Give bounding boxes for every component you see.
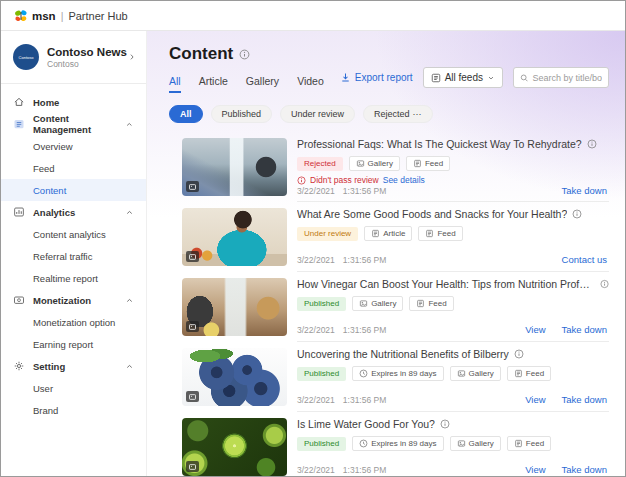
all-feeds-label: All feeds [445, 72, 483, 83]
type-badge-label: Gallery [371, 299, 396, 308]
info-icon[interactable] [239, 49, 250, 60]
filter-all[interactable]: All [169, 105, 203, 123]
content-time: 1:31:56 PM [343, 465, 386, 475]
content-title[interactable]: Uncovering the Nutritional Benefits of B… [297, 348, 509, 360]
info-icon[interactable] [514, 349, 524, 359]
msn-brand-text: msn [32, 10, 56, 22]
tab-article[interactable]: Article [199, 75, 228, 93]
filter-under-review[interactable]: Under review [280, 105, 355, 123]
info-icon[interactable] [572, 209, 582, 219]
export-report-button[interactable]: Export report [340, 72, 413, 83]
gallery-icon [356, 159, 365, 168]
sidebar-item-label: Monetization option [33, 317, 115, 328]
content-title[interactable]: Professional Faqs: What Is The Quickest … [297, 138, 582, 150]
thumbnail-vinegar[interactable] [182, 278, 287, 336]
sidebar-group-label: Analytics [33, 207, 75, 218]
top-bar: msn | Partner Hub [1, 1, 625, 31]
view-link[interactable]: View [525, 464, 545, 475]
sidebar-item-feed[interactable]: Feed [1, 157, 146, 179]
sidebar-item-referral-traffic[interactable]: Referral traffic [1, 245, 146, 267]
content-title[interactable]: Is Lime Water Good For You? [297, 418, 435, 430]
content-title[interactable]: How Vinegar Can Boost Your Health: Tips … [297, 278, 595, 290]
type-badge-gallery: Gallery [349, 156, 400, 171]
thumbnail-foods-snacks[interactable] [182, 208, 287, 266]
sidebar-group-label: Content Management [33, 113, 125, 135]
take-down-link[interactable]: Take down [562, 324, 607, 335]
thumbnail-lime-water[interactable] [182, 418, 287, 476]
monetization-icon [13, 294, 25, 306]
view-link[interactable]: View [525, 394, 545, 405]
info-icon[interactable] [587, 139, 597, 149]
content-title[interactable]: What Are Some Good Foods and Snacks for … [297, 208, 567, 220]
sidebar-item-brand[interactable]: Brand [1, 399, 146, 421]
status-filter-pills: All Published Under review Rejected ··· [169, 105, 609, 123]
filter-published[interactable]: Published [211, 105, 273, 123]
gallery-icon [457, 369, 466, 378]
sidebar-item-overview[interactable]: Overview [1, 135, 146, 157]
sidebar-item-content-analytics[interactable]: Content analytics [1, 223, 146, 245]
chevron-up-icon [125, 296, 134, 305]
sidebar-group-monetization[interactable]: Monetization [1, 289, 146, 311]
sidebar-group-content-management[interactable]: Content Management [1, 113, 146, 135]
gallery-icon [359, 299, 368, 308]
chevron-up-icon [125, 362, 134, 371]
sidebar-item-earning-report[interactable]: Earning report [1, 333, 146, 355]
publisher-switcher[interactable]: Contoso Contoso News Contoso [1, 40, 146, 74]
feeds-icon [431, 73, 441, 83]
type-badge-feed: Feed [507, 436, 551, 451]
tab-video[interactable]: Video [297, 75, 324, 93]
error-icon [297, 176, 306, 185]
take-down-link[interactable]: Take down [562, 394, 607, 405]
filter-rejected-label: Rejected [374, 109, 410, 119]
tab-all[interactable]: All [169, 75, 181, 93]
feed-icon [425, 229, 434, 238]
type-badge-feed: Feed [409, 296, 453, 311]
chevron-up-icon [125, 208, 134, 217]
take-down-link[interactable]: Take down [562, 464, 607, 475]
page-title: Content [169, 44, 233, 64]
status-badge-under-review: Under review [297, 227, 358, 241]
type-badge-gallery: Gallery [450, 436, 501, 451]
download-icon [340, 72, 351, 83]
sidebar-item-home[interactable]: Home [1, 91, 146, 113]
see-details-link[interactable]: See details [383, 175, 425, 185]
content-date: 3/22/2021 [297, 255, 335, 265]
type-badge-label: Feed [526, 369, 544, 378]
sidebar-item-label: User [33, 383, 53, 394]
toolbar: Export report All feeds [340, 67, 609, 88]
content-list: Professional Faqs: What Is The Quickest … [169, 132, 609, 477]
type-badge-label: Feed [428, 299, 446, 308]
sidebar-divider [1, 83, 146, 84]
content-row: Uncovering the Nutritional Benefits of B… [169, 342, 609, 412]
sidebar-item-label: Feed [33, 163, 55, 174]
gallery-icon [188, 253, 197, 261]
contact-us-link[interactable]: Contact us [562, 254, 607, 265]
media-type-overlay [186, 321, 199, 332]
sidebar-group-analytics[interactable]: Analytics [1, 201, 146, 223]
thumbnail-bilberry[interactable] [182, 348, 287, 406]
export-report-label: Export report [355, 72, 413, 83]
view-link[interactable]: View [525, 324, 545, 335]
all-feeds-dropdown[interactable]: All feeds [423, 67, 503, 88]
sidebar: Contoso Contoso News Contoso Home Conten… [1, 31, 147, 476]
search-input[interactable] [532, 73, 602, 83]
sidebar-item-monetization-option[interactable]: Monetization option [1, 311, 146, 333]
gallery-icon [188, 323, 197, 331]
thumbnail-rehydrate[interactable] [182, 138, 287, 196]
gallery-icon [188, 463, 197, 471]
status-badge-published: Published [297, 367, 346, 381]
sidebar-item-realtime-report[interactable]: Realtime report [1, 267, 146, 289]
product-name: Partner Hub [68, 10, 127, 22]
sidebar-item-content[interactable]: Content [1, 179, 146, 201]
sidebar-item-user[interactable]: User [1, 377, 146, 399]
sidebar-item-label: Home [33, 97, 59, 108]
info-icon[interactable] [600, 279, 609, 289]
sidebar-item-label: Content analytics [33, 229, 106, 240]
info-icon[interactable] [440, 419, 450, 429]
clock-icon [359, 369, 368, 378]
filter-rejected[interactable]: Rejected ··· [363, 105, 433, 123]
take-down-link[interactable]: Take down [562, 185, 607, 196]
tab-gallery[interactable]: Gallery [246, 75, 279, 93]
sidebar-group-setting[interactable]: Setting [1, 355, 146, 377]
gallery-icon [188, 393, 197, 401]
